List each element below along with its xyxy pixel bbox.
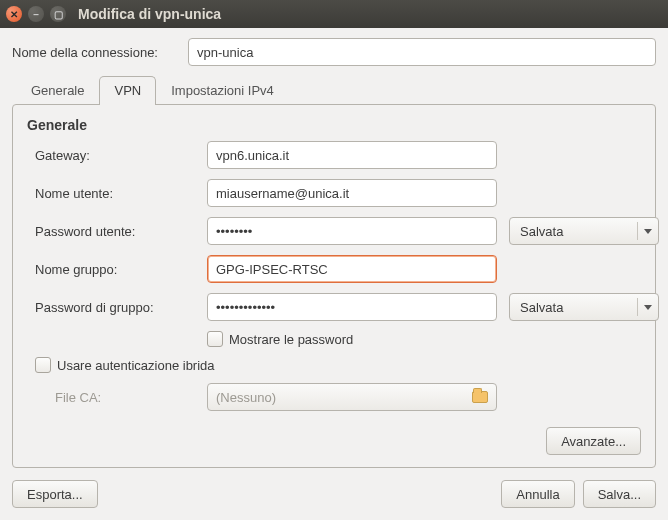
chevron-down-icon xyxy=(644,305,652,310)
connection-name-input[interactable] xyxy=(188,38,656,66)
connection-name-label: Nome della connessione: xyxy=(12,45,180,60)
tab-ipv4[interactable]: Impostazioni IPv4 xyxy=(156,76,289,105)
fileca-chooser[interactable]: (Nessuno) xyxy=(207,383,497,411)
chevron-down-icon xyxy=(644,229,652,234)
tab-vpn[interactable]: VPN xyxy=(99,76,156,105)
cancel-button[interactable]: Annulla xyxy=(501,480,574,508)
gateway-label: Gateway: xyxy=(35,148,195,163)
advanced-button[interactable]: Avanzate... xyxy=(546,427,641,455)
titlebar: ✕ – ▢ Modifica di vpn-unica xyxy=(0,0,668,28)
groupname-input[interactable] xyxy=(207,255,497,283)
fileca-value: (Nessuno) xyxy=(216,390,276,405)
show-passwords-label: Mostrare le password xyxy=(229,332,353,347)
username-input[interactable] xyxy=(207,179,497,207)
userpass-store-combo[interactable]: Salvata xyxy=(509,217,659,245)
userpass-input[interactable] xyxy=(207,217,497,245)
grouppass-store-combo[interactable]: Salvata xyxy=(509,293,659,321)
grouppass-store-value: Salvata xyxy=(520,300,563,315)
grouppass-label: Password di gruppo: xyxy=(35,300,195,315)
advanced-row: Avanzate... xyxy=(27,417,641,455)
maximize-icon[interactable]: ▢ xyxy=(50,6,66,22)
username-label: Nome utente: xyxy=(35,186,195,201)
close-icon[interactable]: ✕ xyxy=(6,6,22,22)
show-passwords-row[interactable]: Mostrare le password xyxy=(207,331,497,347)
gateway-input[interactable] xyxy=(207,141,497,169)
fileca-grid: File CA: (Nessuno) xyxy=(55,383,641,411)
hybrid-auth-checkbox[interactable] xyxy=(35,357,51,373)
window-title: Modifica di vpn-unica xyxy=(78,6,221,22)
connection-name-row: Nome della connessione: xyxy=(12,38,656,66)
tabs: Generale VPN Impostazioni IPv4 xyxy=(12,76,656,104)
section-title: Generale xyxy=(27,117,641,133)
export-button[interactable]: Esporta... xyxy=(12,480,98,508)
save-button[interactable]: Salva... xyxy=(583,480,656,508)
userpass-store-value: Salvata xyxy=(520,224,563,239)
minimize-icon[interactable]: – xyxy=(28,6,44,22)
form-grid: Gateway: Nome utente: Password utente: S… xyxy=(35,141,641,347)
grouppass-input[interactable] xyxy=(207,293,497,321)
groupname-label: Nome gruppo: xyxy=(35,262,195,277)
hybrid-auth-label: Usare autenticazione ibrida xyxy=(57,358,215,373)
bottom-bar: Esporta... Annulla Salva... xyxy=(12,480,656,508)
hybrid-auth-row[interactable]: Usare autenticazione ibrida xyxy=(35,357,641,373)
show-passwords-checkbox[interactable] xyxy=(207,331,223,347)
tab-general[interactable]: Generale xyxy=(16,76,99,105)
userpass-label: Password utente: xyxy=(35,224,195,239)
folder-icon xyxy=(472,391,488,403)
dialog-content: Nome della connessione: Generale VPN Imp… xyxy=(0,28,668,520)
fileca-label: File CA: xyxy=(55,390,195,405)
tab-panel-vpn: Generale Gateway: Nome utente: Password … xyxy=(12,104,656,468)
